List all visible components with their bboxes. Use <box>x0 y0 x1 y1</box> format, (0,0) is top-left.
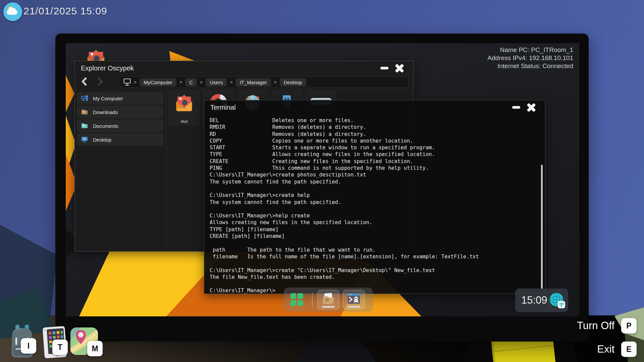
terminal-window-title: Terminal <box>210 104 236 111</box>
virtual-desktop-screen: Name PC: PC_ITRoom_1 Address IPv4: 192.1… <box>66 43 579 316</box>
breadcrumb-separator: > <box>179 80 182 85</box>
pc-ipv4: Address IPv4: 192.168.10.101 <box>487 54 573 62</box>
breadcrumb-separator: > <box>274 80 277 85</box>
monitor-icon <box>123 78 131 86</box>
sidebar-item-label: Downloads <box>93 109 118 115</box>
key-badge-tablet: T <box>52 340 68 355</box>
minimize-button[interactable] <box>512 106 520 109</box>
hud-datetime: 21/01/2025 15:09 <box>23 5 107 17</box>
pc-internet-status: Internet Status: Connected <box>487 62 573 70</box>
sidebar-item-my-computer[interactable]: My Computer <box>77 92 163 105</box>
pc-info-panel: Name PC: PC_ITRoom_1 Address IPv4: 192.1… <box>487 46 573 70</box>
back-button[interactable] <box>80 76 92 88</box>
taskbar-app-terminal[interactable] <box>343 290 365 309</box>
close-button[interactable] <box>394 62 405 74</box>
folder-teal-icon <box>81 122 88 130</box>
skull-terminal-icon <box>347 292 361 306</box>
key-badge-exit: E <box>621 342 637 357</box>
breadcrumb: > MyComputer > C > Users > IT_Manager > … <box>120 76 409 88</box>
sidebar-item-label: My Computer <box>93 96 123 101</box>
breadcrumb-item-users[interactable]: Users <box>206 78 227 87</box>
inventory-backpack[interactable]: I <box>6 324 38 361</box>
explorer-navbar: > MyComputer > C > Users > IT_Manager > … <box>75 76 413 89</box>
key-badge-inventory: I <box>21 338 36 354</box>
chevron-left-icon <box>80 76 88 87</box>
breadcrumb-separator: > <box>134 80 137 85</box>
monitor-blue-icon <box>81 136 88 143</box>
forward-button[interactable] <box>97 76 108 88</box>
computer-icon <box>81 95 88 102</box>
breadcrumb-item-itmanager[interactable]: IT_Manager <box>236 78 271 87</box>
turn-off-action[interactable]: Turn Off P <box>577 318 637 333</box>
taskbar-clock: 15:09 <box>515 289 568 312</box>
breadcrumb-separator: > <box>230 80 232 85</box>
turn-off-label: Turn Off <box>577 320 614 332</box>
exit-action[interactable]: Exit E <box>597 342 637 357</box>
file-tile-mail[interactable]: Mail <box>168 91 200 125</box>
chevron-right-icon <box>97 76 104 87</box>
breadcrumb-item-c[interactable]: C <box>185 78 197 87</box>
terminal-scrollbar-thumb[interactable] <box>541 165 543 289</box>
terminal-window: Terminal DEL Deletes one or more files. … <box>204 100 545 294</box>
game-scene: Name PC: PC_ITRoom_1 Address IPv4: 192.1… <box>0 0 644 362</box>
folder-brown-icon <box>81 108 88 116</box>
taskbar <box>284 288 373 312</box>
globe-wifi-icon[interactable] <box>548 292 566 309</box>
clover-launcher-icon[interactable] <box>289 292 305 307</box>
sidebar-item-label: Documents <box>93 123 118 129</box>
taskbar-app-file-explorer[interactable] <box>317 290 339 309</box>
sidebar-item-documents[interactable]: Documents <box>77 119 163 132</box>
inventory-map[interactable]: M <box>70 327 99 357</box>
breadcrumb-item-desktop[interactable]: Desktop <box>280 78 306 87</box>
key-badge-map: M <box>87 341 103 356</box>
mail-bomb-icon <box>174 93 194 112</box>
minimize-button[interactable] <box>380 67 388 69</box>
close-button[interactable] <box>526 102 537 113</box>
exit-label: Exit <box>597 343 614 355</box>
breadcrumb-separator: > <box>200 80 203 85</box>
sidebar-item-label: Desktop <box>93 137 111 143</box>
file-tile-label: Mail <box>168 119 200 123</box>
key-badge-turn-off: P <box>621 318 637 333</box>
sidebar-item-desktop[interactable]: Desktop <box>77 133 163 146</box>
explorer-window-title: Explorer Oscypek <box>81 64 134 72</box>
sidebar-divider <box>166 90 166 251</box>
taskbar-divider <box>312 292 313 307</box>
weather-icon <box>3 2 22 21</box>
explorer-titlebar[interactable]: Explorer Oscypek <box>75 61 413 75</box>
folder-icon <box>321 292 335 306</box>
breadcrumb-item-mycomputer[interactable]: MyComputer <box>140 78 176 87</box>
terminal-output[interactable]: DEL Deletes one or more files. RMDIR Rem… <box>210 117 479 294</box>
sidebar-item-downloads[interactable]: Downloads <box>77 106 163 118</box>
terminal-titlebar[interactable]: Terminal <box>204 100 545 114</box>
clock-time: 15:09 <box>521 294 547 306</box>
inventory-tablet[interactable]: T <box>39 325 71 361</box>
pc-name: Name PC: PC_ITRoom_1 <box>487 46 573 54</box>
